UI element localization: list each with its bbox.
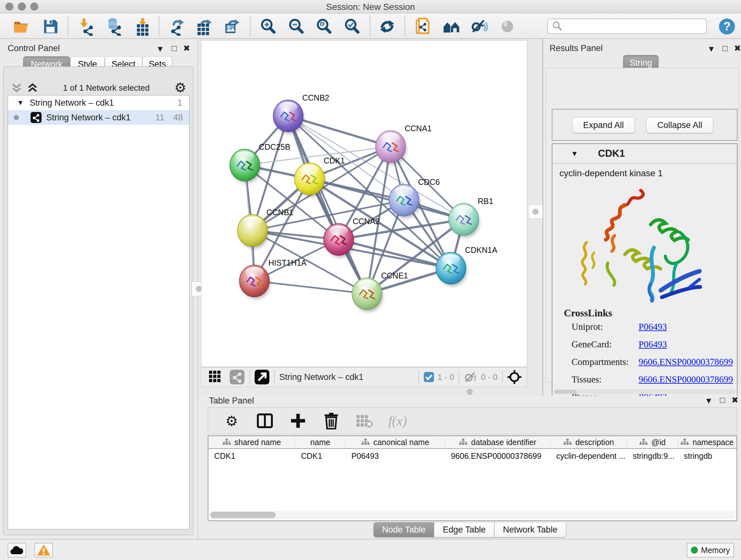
crosslink-row: GeneCard:P06493 [571, 339, 737, 350]
panel-menu-icon[interactable]: ▼ [707, 45, 716, 53]
delete-column-icon[interactable] [322, 411, 341, 430]
network-node-label-CCNA2: CCNA2 [353, 217, 380, 226]
network-node-CDC6[interactable]: CDC6 [389, 178, 440, 219]
results-hscrollbar-thumb[interactable] [554, 390, 577, 394]
table-cell[interactable]: stringdb [678, 449, 736, 463]
zoom-in-icon[interactable] [259, 17, 277, 36]
selected-checkbox-icon[interactable] [423, 372, 434, 382]
column-header-name[interactable]: name [295, 436, 346, 448]
panel-float-icon[interactable]: □ [172, 44, 177, 52]
column-header-namespace[interactable]: namespace [678, 436, 736, 448]
table-cell[interactable]: CDK1 [295, 449, 346, 463]
import-network-icon[interactable] [77, 17, 95, 36]
table-cell[interactable]: P06493 [346, 449, 445, 463]
search-box [547, 18, 707, 34]
network-canvas[interactable]: CCNB2CCNA1CDC25BCDK1CDC6RB1CCNB1CCNA2CDK… [201, 40, 527, 367]
network-node-CCNB2[interactable]: CCNB2 [273, 93, 329, 134]
zoom-selected-icon[interactable] [343, 17, 361, 36]
table-cell[interactable]: 9606.ENSP00000378699 [445, 449, 550, 463]
export-image-icon[interactable] [223, 17, 241, 36]
panel-float-icon[interactable]: □ [723, 44, 728, 52]
results-content: Expand All Collapse All ▼ CDK1 cyclin-de… [546, 68, 739, 382]
show-details-icon[interactable] [498, 17, 517, 36]
save-session-icon[interactable] [41, 17, 60, 36]
collection-label: String Network – cdk1 [30, 98, 114, 108]
expand-all-icon[interactable] [27, 82, 38, 93]
cloud-button[interactable] [8, 543, 26, 557]
network-node-HIST1H1A[interactable]: HIST1H1A [239, 258, 307, 299]
export-network-icon[interactable] [167, 17, 186, 36]
panel-close-icon[interactable]: ✖ [734, 44, 741, 52]
column-header-canonical-name[interactable]: canonical name [346, 436, 445, 448]
import-database-icon[interactable] [105, 17, 123, 36]
network-list-header: 1 of 1 Network selected ⚙ [4, 80, 193, 95]
column-header-label: canonical name [374, 438, 429, 447]
gene-header-row[interactable]: ▼ CDK1 [552, 144, 737, 164]
export-table-icon[interactable] [195, 17, 213, 36]
crosslink-label: Compartments: [571, 357, 638, 367]
bottom-splitter-handle[interactable] [467, 389, 473, 395]
help-icon[interactable]: ? [718, 17, 736, 36]
network-edge-CCNE1-HIST1H1A[interactable] [254, 281, 367, 294]
open-session-icon[interactable] [12, 17, 31, 36]
network-edge-CDK1-RB1[interactable] [310, 179, 464, 219]
network-share-icon[interactable] [229, 369, 245, 385]
hidden-items-icon[interactable] [464, 371, 478, 383]
column-header-database-identifier[interactable]: database identifier [445, 436, 550, 448]
collapse-all-button[interactable]: Collapse All [646, 117, 713, 133]
string-home-icon[interactable] [442, 17, 461, 36]
network-options-gear-icon[interactable]: ⚙ [174, 81, 186, 95]
network-row[interactable]: String Network – cdk1 11 48 [8, 110, 189, 125]
tab-network-table[interactable]: Network Table [494, 522, 566, 537]
import-table-icon[interactable] [133, 17, 152, 36]
network-node-CCNB1[interactable]: CCNB1 [238, 208, 293, 249]
zoom-out-icon[interactable] [287, 17, 306, 36]
fit-selection-icon[interactable] [507, 370, 522, 384]
column-header-@id[interactable]: @id [627, 436, 678, 448]
table-row[interactable]: CDK1CDK1P064939606.ENSP00000378699cyclin… [208, 449, 737, 463]
crosslink-value-link[interactable]: 9606.ENSP00000378699 [638, 374, 733, 385]
panel-float-icon[interactable]: □ [720, 396, 725, 404]
network-row-label: String Network – cdk1 [46, 113, 131, 123]
network-node-CDKN1A[interactable]: CDKN1A [436, 246, 497, 287]
network-node-RB1[interactable]: RB1 [449, 197, 493, 238]
panel-close-icon[interactable]: ✖ [183, 44, 190, 52]
search-input[interactable] [566, 21, 702, 32]
tab-node-table[interactable]: Node Table [374, 522, 434, 537]
add-column-icon[interactable] [288, 411, 308, 430]
right-splitter-handle[interactable] [528, 204, 543, 219]
panel-menu-icon[interactable]: ▼ [156, 45, 164, 53]
expand-all-button[interactable]: Expand All [572, 117, 635, 133]
crosslink-value-link[interactable]: P06493 [638, 339, 667, 350]
zoom-fit-icon[interactable] [315, 17, 333, 36]
collapse-all-icon[interactable] [11, 82, 22, 93]
crosslink-value-link[interactable]: 9606.ENSP00000378699 [638, 357, 733, 367]
network-node-CDK1[interactable]: CDK1 [294, 156, 345, 197]
gene-collapse-icon[interactable]: ▼ [571, 149, 578, 158]
tab-edge-table[interactable]: Edge Table [434, 522, 494, 537]
refresh-icon[interactable] [378, 17, 396, 36]
panel-close-icon[interactable]: ✖ [731, 396, 738, 404]
birds-eye-view-icon[interactable] [208, 369, 224, 385]
network-view-title: String Network – cdk1 [279, 372, 363, 382]
crosslink-value-link[interactable]: P06493 [638, 321, 667, 332]
network-list: ▼ String Network – cdk1 1 String Network… [8, 95, 190, 530]
column-header-description[interactable]: description [550, 436, 627, 448]
warning-button[interactable] [35, 543, 53, 557]
table-cell[interactable]: cyclin-dependent ... [550, 449, 627, 463]
detach-view-icon[interactable] [254, 369, 270, 385]
hide-details-icon[interactable] [470, 17, 488, 36]
table-cell[interactable]: CDK1 [208, 449, 295, 463]
panel-menu-icon[interactable]: ▼ [704, 396, 713, 405]
share-file-icon[interactable] [414, 17, 432, 36]
network-node-CCNA1[interactable]: CCNA1 [376, 124, 432, 165]
table-settings-gear-icon[interactable]: ⚙ [222, 411, 241, 430]
memory-button[interactable]: Memory [687, 543, 734, 557]
network-selected-status: 1 of 1 Network selected [38, 83, 174, 93]
table-cell[interactable]: stringdb:9... [627, 449, 678, 463]
select-columns-icon[interactable] [255, 411, 274, 430]
network-collection-row[interactable]: ▼ String Network – cdk1 1 [8, 96, 189, 110]
table-hscrollbar-thumb[interactable] [210, 512, 276, 518]
column-header-shared-name[interactable]: shared name [208, 436, 295, 448]
collection-expand-icon[interactable]: ▼ [17, 99, 24, 107]
